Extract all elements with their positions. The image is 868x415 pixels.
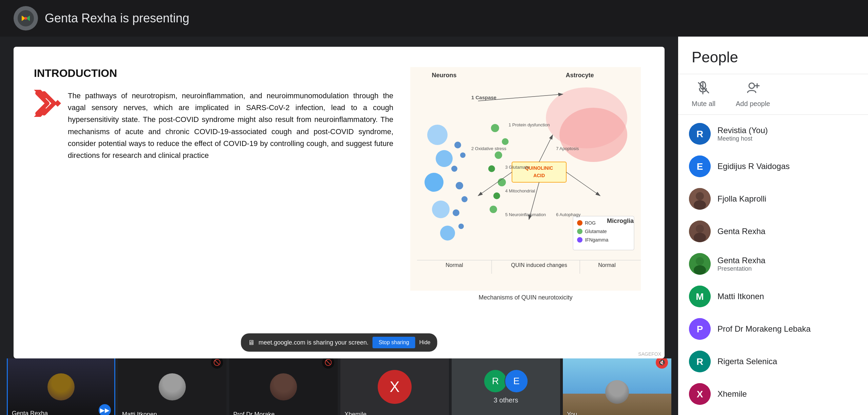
avatar-matti: M <box>689 286 711 307</box>
presentation-area: INTRODUCTION <box>0 37 678 358</box>
slide-caption: Mechanisms of QUIN neurotoxicity <box>475 291 576 305</box>
sharing-banner: 🖥 meet.google.com is sharing your screen… <box>241 333 437 352</box>
person-name-genta: Genta Rexha <box>717 227 868 236</box>
slide-text-area: INTRODUCTION <box>34 67 407 305</box>
svg-point-11 <box>436 150 453 167</box>
svg-text:1 Protein dysfunction: 1 Protein dysfunction <box>509 122 550 127</box>
person-item-matti: M Matti Itkonen ⋮ <box>678 280 868 313</box>
thumbnail-matti-itkonen[interactable]: 🚫 Matti Itkonen <box>118 358 226 415</box>
person-role-revistia: Meeting host <box>717 135 868 142</box>
person-info-revistia: Revistia (You) Meeting host <box>717 126 868 142</box>
avatar-genta <box>689 221 711 242</box>
svg-text:Normal: Normal <box>598 262 616 268</box>
person-name-rigerta: Rigerta Selenica <box>717 357 868 366</box>
svg-text:QUINOLINIC: QUINOLINIC <box>525 165 553 171</box>
svg-text:P: P <box>697 324 703 334</box>
thumbnail-label-you: You <box>567 411 577 415</box>
thumbnail-xhemile[interactable]: X Xhemile <box>340 358 449 415</box>
avatar-prof-dr: P <box>689 318 711 340</box>
person-item-xhemile: X Xhemile ⋮ <box>678 378 868 410</box>
mute-all-button[interactable]: Mute all <box>692 81 715 108</box>
svg-point-64 <box>749 83 754 88</box>
thumbnail-you[interactable]: 🔇 You <box>563 358 671 415</box>
svg-point-18 <box>456 182 463 189</box>
brain-diagram-svg: Neurons Astrocyte <box>410 67 641 291</box>
thumbnail-prof-morakeng[interactable]: 🚫 Prof Dr Morake... <box>229 358 338 415</box>
svg-point-16 <box>460 152 466 158</box>
hide-button[interactable]: Hide <box>419 339 431 346</box>
chevron-icon <box>34 90 61 117</box>
meet-logo <box>14 6 38 30</box>
svg-point-40 <box>577 229 583 234</box>
add-people-label: Add people <box>736 100 770 108</box>
people-list: R Revistia (You) Meeting host <box>678 115 868 415</box>
person-item-genta-presentation: Genta Rexha Presentation ⋮ <box>678 248 868 280</box>
svg-text:IFNgamma: IFNgamma <box>585 237 608 243</box>
mute-all-label: Mute all <box>692 100 715 108</box>
svg-point-87 <box>696 225 704 233</box>
svg-text:5 Neuroinflammation: 5 Neuroinflammation <box>505 212 546 217</box>
svg-text:R: R <box>696 356 703 367</box>
svg-text:Glutamate: Glutamate <box>585 229 607 234</box>
svg-point-25 <box>488 165 495 172</box>
svg-text:M: M <box>696 291 704 302</box>
people-actions: Mute all Add people <box>678 74 868 115</box>
person-name-matti: Matti Itkonen <box>717 292 868 301</box>
thumbnail-label-prof: Prof Dr Morake... <box>233 411 280 415</box>
monitor-icon: 🖥 <box>248 339 255 347</box>
svg-point-38 <box>577 220 583 226</box>
svg-point-80 <box>696 192 704 200</box>
svg-point-22 <box>491 124 499 132</box>
svg-point-19 <box>461 196 468 202</box>
person-info-fjolla: Fjolla Kaprolli <box>717 194 868 204</box>
person-name-genta-presentation: Genta Rexha <box>717 256 868 265</box>
others-label: 3 others <box>494 396 518 404</box>
thumbnail-genta-rexha[interactable]: ▶▶ Genta Rexha <box>7 358 115 415</box>
svg-point-23 <box>502 138 509 145</box>
person-item-egidijus: E Egidijus R Vaidogas ⋮ <box>678 150 868 183</box>
person-info-prof-dr: Prof Dr Morakeng Lebaka <box>717 324 868 334</box>
svg-text:2 Oxidative stress: 2 Oxidative stress <box>471 146 507 151</box>
speaking-indicator-thumb: ▶▶ <box>99 404 111 415</box>
slide-image-area: Neurons Astrocyte <box>407 67 644 305</box>
svg-point-20 <box>453 209 459 216</box>
svg-text:4 Mitochondrial: 4 Mitochondrial <box>505 188 535 193</box>
slide-body-row: The pathways of neurotropism, neuroinfla… <box>34 90 393 161</box>
person-info-matti: Matti Itkonen <box>717 292 868 301</box>
top-bar: Genta Rexha is presenting <box>0 0 868 37</box>
avatar-rigerta: R <box>689 351 711 372</box>
person-item-rigerta: R Rigerta Selenica ⋮ <box>678 345 868 378</box>
svg-text:ROG: ROG <box>585 220 596 226</box>
svg-text:6 Autophagy: 6 Autophagy <box>556 212 581 217</box>
svg-point-1 <box>24 17 27 20</box>
svg-point-15 <box>454 142 461 148</box>
slide-content: INTRODUCTION <box>14 47 665 305</box>
svg-point-28 <box>490 206 497 213</box>
thumbnail-others[interactable]: R E 3 others <box>452 358 560 415</box>
thumbnail-label-matti: Matti Itkonen <box>122 411 157 415</box>
add-people-button[interactable]: Add people <box>736 81 770 108</box>
left-panel: INTRODUCTION <box>0 37 678 415</box>
svg-text:Normal: Normal <box>446 262 463 268</box>
person-item-prof-dr: P Prof Dr Morakeng Lebaka ⋮ <box>678 313 868 345</box>
svg-point-10 <box>427 125 448 145</box>
svg-point-13 <box>432 201 450 218</box>
person-item-revistia: R Revistia (You) Meeting host <box>678 118 868 150</box>
main-content: INTRODUCTION <box>0 37 868 415</box>
avatar-fjolla <box>689 188 711 210</box>
svg-text:7 Apoptosis: 7 Apoptosis <box>556 146 579 151</box>
add-people-icon <box>746 81 760 97</box>
slide-container: INTRODUCTION <box>14 47 665 358</box>
svg-point-88 <box>694 233 706 242</box>
person-name-prof-dr: Prof Dr Morakeng Lebaka <box>717 324 868 334</box>
person-info-genta: Genta Rexha <box>717 227 868 236</box>
svg-text:X: X <box>697 389 703 399</box>
thumbnail-label-xhemile: Xhemile <box>344 411 367 415</box>
stop-sharing-button[interactable]: Stop sharing <box>373 337 415 348</box>
person-item-genta: Genta Rexha ⋮ <box>678 215 868 248</box>
sagefox-label: SAGEFOX <box>638 351 661 357</box>
svg-point-27 <box>493 192 500 199</box>
slide-title: INTRODUCTION <box>34 67 393 80</box>
avatar-genta-presentation <box>689 253 711 275</box>
slide-body-text: The pathways of neurotropism, neuroinfla… <box>68 90 393 161</box>
